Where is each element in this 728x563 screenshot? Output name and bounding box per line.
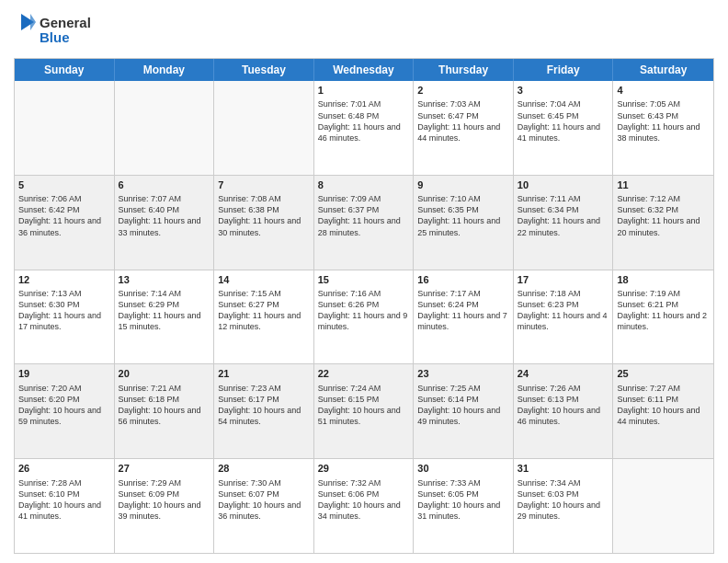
- day-17: 17Sunrise: 7:18 AM Sunset: 6:23 PM Dayli…: [514, 270, 614, 364]
- day-18: 18Sunrise: 7:19 AM Sunset: 6:21 PM Dayli…: [613, 270, 713, 364]
- day-number: 25: [617, 367, 710, 381]
- day-number: 2: [417, 84, 509, 98]
- day-info: Sunrise: 7:08 AM Sunset: 6:38 PM Dayligh…: [218, 193, 310, 238]
- day-2: 2Sunrise: 7:03 AM Sunset: 6:47 PM Daylig…: [414, 81, 514, 175]
- day-28: 28Sunrise: 7:30 AM Sunset: 6:07 PM Dayli…: [214, 459, 314, 553]
- day-3: 3Sunrise: 7:04 AM Sunset: 6:45 PM Daylig…: [514, 81, 614, 175]
- header-wednesday: Wednesday: [314, 59, 415, 81]
- logo: General Blue: [14, 9, 97, 51]
- day-number: 9: [417, 178, 509, 192]
- day-number: 15: [318, 273, 410, 287]
- day-info: Sunrise: 7:10 AM Sunset: 6:35 PM Dayligh…: [417, 193, 509, 238]
- day-info: Sunrise: 7:20 AM Sunset: 6:20 PM Dayligh…: [18, 383, 110, 428]
- header-tuesday: Tuesday: [214, 59, 314, 81]
- header-friday: Friday: [514, 59, 614, 81]
- day-4: 4Sunrise: 7:05 AM Sunset: 6:43 PM Daylig…: [613, 81, 713, 175]
- day-24: 24Sunrise: 7:26 AM Sunset: 6:13 PM Dayli…: [514, 364, 614, 458]
- day-info: Sunrise: 7:29 AM Sunset: 6:09 PM Dayligh…: [119, 477, 210, 523]
- day-info: Sunrise: 7:09 AM Sunset: 6:37 PM Dayligh…: [318, 193, 410, 238]
- day-26: 26Sunrise: 7:28 AM Sunset: 6:10 PM Dayli…: [15, 459, 115, 553]
- week-row-2: 5Sunrise: 7:06 AM Sunset: 6:42 PM Daylig…: [15, 176, 713, 270]
- day-info: Sunrise: 7:34 AM Sunset: 6:03 PM Dayligh…: [518, 477, 609, 523]
- day-27: 27Sunrise: 7:29 AM Sunset: 6:09 PM Dayli…: [115, 459, 215, 553]
- calendar-body: 1Sunrise: 7:01 AM Sunset: 6:48 PM Daylig…: [15, 81, 713, 553]
- header-monday: Monday: [115, 59, 215, 81]
- day-number: 13: [119, 273, 210, 287]
- day-11: 11Sunrise: 7:12 AM Sunset: 6:32 PM Dayli…: [613, 176, 713, 270]
- day-info: Sunrise: 7:17 AM Sunset: 6:24 PM Dayligh…: [417, 288, 509, 333]
- day-number: 7: [218, 178, 310, 192]
- day-info: Sunrise: 7:04 AM Sunset: 6:45 PM Dayligh…: [518, 98, 609, 144]
- header-thursday: Thursday: [414, 59, 514, 81]
- day-8: 8Sunrise: 7:09 AM Sunset: 6:37 PM Daylig…: [314, 176, 415, 270]
- day-19: 19Sunrise: 7:20 AM Sunset: 6:20 PM Dayli…: [15, 364, 115, 458]
- day-number: 8: [318, 178, 410, 192]
- week-row-4: 19Sunrise: 7:20 AM Sunset: 6:20 PM Dayli…: [15, 364, 713, 459]
- day-info: Sunrise: 7:24 AM Sunset: 6:15 PM Dayligh…: [318, 383, 410, 428]
- week-row-1: 1Sunrise: 7:01 AM Sunset: 6:48 PM Daylig…: [15, 81, 713, 176]
- logo-svg: General Blue: [14, 9, 97, 51]
- day-info: Sunrise: 7:01 AM Sunset: 6:48 PM Dayligh…: [318, 98, 410, 144]
- day-number: 31: [518, 462, 609, 476]
- day-number: 29: [318, 462, 410, 476]
- day-info: Sunrise: 7:33 AM Sunset: 6:05 PM Dayligh…: [417, 477, 509, 523]
- day-info: Sunrise: 7:25 AM Sunset: 6:14 PM Dayligh…: [417, 383, 509, 428]
- day-number: 16: [417, 273, 509, 287]
- day-info: Sunrise: 7:12 AM Sunset: 6:32 PM Dayligh…: [617, 193, 710, 238]
- day-20: 20Sunrise: 7:21 AM Sunset: 6:18 PM Dayli…: [115, 364, 215, 458]
- day-22: 22Sunrise: 7:24 AM Sunset: 6:15 PM Dayli…: [314, 364, 415, 458]
- day-number: 27: [119, 462, 210, 476]
- day-info: Sunrise: 7:32 AM Sunset: 6:06 PM Dayligh…: [318, 477, 410, 523]
- day-info: Sunrise: 7:11 AM Sunset: 6:34 PM Dayligh…: [518, 193, 609, 238]
- day-number: 18: [617, 273, 710, 287]
- calendar: SundayMondayTuesdayWednesdayThursdayFrid…: [14, 58, 714, 554]
- day-info: Sunrise: 7:19 AM Sunset: 6:21 PM Dayligh…: [617, 288, 710, 333]
- day-info: Sunrise: 7:26 AM Sunset: 6:13 PM Dayligh…: [518, 383, 609, 428]
- svg-text:General: General: [40, 15, 91, 30]
- day-number: 30: [417, 462, 509, 476]
- day-14: 14Sunrise: 7:15 AM Sunset: 6:27 PM Dayli…: [214, 270, 314, 364]
- day-info: Sunrise: 7:28 AM Sunset: 6:10 PM Dayligh…: [18, 477, 110, 523]
- day-number: 14: [218, 273, 310, 287]
- day-23: 23Sunrise: 7:25 AM Sunset: 6:14 PM Dayli…: [414, 364, 514, 458]
- day-info: Sunrise: 7:07 AM Sunset: 6:40 PM Dayligh…: [119, 193, 210, 238]
- day-10: 10Sunrise: 7:11 AM Sunset: 6:34 PM Dayli…: [514, 176, 614, 270]
- svg-text:Blue: Blue: [40, 29, 70, 45]
- day-number: 24: [518, 367, 609, 381]
- header-saturday: Saturday: [613, 59, 713, 81]
- day-25: 25Sunrise: 7:27 AM Sunset: 6:11 PM Dayli…: [613, 364, 713, 458]
- day-number: 21: [218, 367, 310, 381]
- day-29: 29Sunrise: 7:32 AM Sunset: 6:06 PM Dayli…: [314, 459, 415, 553]
- header-sunday: Sunday: [15, 59, 115, 81]
- day-info: Sunrise: 7:21 AM Sunset: 6:18 PM Dayligh…: [119, 383, 210, 428]
- day-number: 6: [119, 178, 210, 192]
- day-number: 20: [119, 367, 210, 381]
- day-16: 16Sunrise: 7:17 AM Sunset: 6:24 PM Dayli…: [414, 270, 514, 364]
- day-7: 7Sunrise: 7:08 AM Sunset: 6:38 PM Daylig…: [214, 176, 314, 270]
- empty-cell-4-6: [613, 459, 713, 553]
- day-number: 22: [318, 367, 410, 381]
- day-info: Sunrise: 7:23 AM Sunset: 6:17 PM Dayligh…: [218, 383, 310, 428]
- week-row-5: 26Sunrise: 7:28 AM Sunset: 6:10 PM Dayli…: [15, 459, 713, 553]
- day-number: 5: [18, 178, 110, 192]
- day-number: 3: [518, 84, 609, 98]
- day-number: 10: [518, 178, 609, 192]
- empty-cell-0-2: [214, 81, 314, 175]
- header: General Blue: [14, 9, 714, 51]
- calendar-header: SundayMondayTuesdayWednesdayThursdayFrid…: [15, 59, 713, 81]
- day-info: Sunrise: 7:16 AM Sunset: 6:26 PM Dayligh…: [318, 288, 410, 333]
- day-13: 13Sunrise: 7:14 AM Sunset: 6:29 PM Dayli…: [115, 270, 215, 364]
- empty-cell-0-1: [115, 81, 215, 175]
- day-number: 11: [617, 178, 710, 192]
- day-1: 1Sunrise: 7:01 AM Sunset: 6:48 PM Daylig…: [314, 81, 415, 175]
- day-info: Sunrise: 7:30 AM Sunset: 6:07 PM Dayligh…: [218, 477, 310, 523]
- page: General Blue SundayMondayTuesdayWednesda…: [0, 0, 728, 563]
- day-30: 30Sunrise: 7:33 AM Sunset: 6:05 PM Dayli…: [414, 459, 514, 553]
- day-info: Sunrise: 7:27 AM Sunset: 6:11 PM Dayligh…: [617, 383, 710, 428]
- day-number: 28: [218, 462, 310, 476]
- day-info: Sunrise: 7:14 AM Sunset: 6:29 PM Dayligh…: [119, 288, 210, 333]
- day-12: 12Sunrise: 7:13 AM Sunset: 6:30 PM Dayli…: [15, 270, 115, 364]
- day-number: 23: [417, 367, 509, 381]
- day-5: 5Sunrise: 7:06 AM Sunset: 6:42 PM Daylig…: [15, 176, 115, 270]
- day-6: 6Sunrise: 7:07 AM Sunset: 6:40 PM Daylig…: [115, 176, 215, 270]
